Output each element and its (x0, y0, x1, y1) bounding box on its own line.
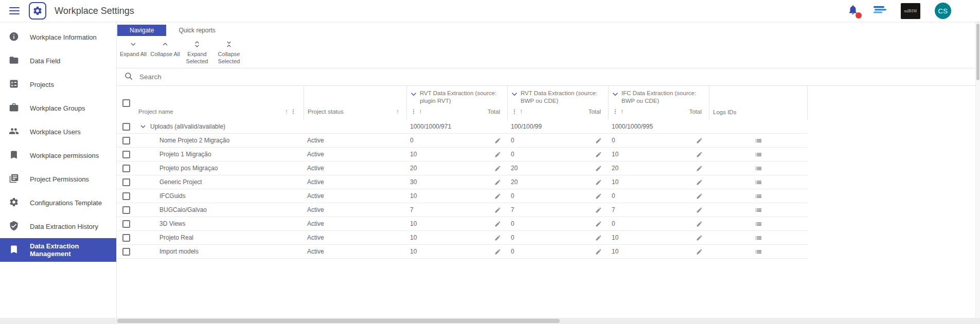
select-all-checkbox[interactable] (122, 99, 130, 107)
column-header-project-status: Project status (308, 109, 344, 115)
edit-icon[interactable] (494, 193, 501, 200)
edit-icon[interactable] (494, 221, 501, 227)
extraction-total: 10 (410, 248, 494, 255)
edit-icon[interactable] (494, 235, 501, 241)
sort-icon[interactable]: ↑ (285, 108, 288, 115)
search-bar (117, 68, 976, 86)
logs-icon[interactable] (755, 151, 762, 158)
edit-icon[interactable] (595, 137, 602, 144)
collapse-all-button[interactable]: Collapse All (149, 40, 181, 68)
edit-icon[interactable] (595, 179, 602, 186)
sidebar-item-data-field[interactable]: Data Field (0, 49, 116, 73)
extraction-total: 0 (511, 192, 595, 200)
sidebar-item-data-extraction-management[interactable]: Data Extraction Management (0, 238, 116, 262)
kebab-icon[interactable] (411, 109, 417, 115)
summary-value: 1000/1000/995 (612, 123, 703, 130)
project-status: Active (307, 151, 324, 158)
edit-icon[interactable] (595, 221, 602, 227)
sidebar-item-workplace-users[interactable]: Workplace Users (0, 120, 116, 143)
edit-icon[interactable] (595, 151, 602, 158)
sidebar-item-project-permissions[interactable]: Project Permissions (0, 167, 116, 191)
brand-logo-text: ndBIM (904, 9, 917, 13)
edit-icon[interactable] (494, 248, 501, 255)
project-name: IFCGuids (159, 192, 186, 200)
row-checkbox[interactable] (122, 206, 130, 214)
row-checkbox[interactable] (122, 165, 130, 172)
sort-icon[interactable]: ↑ (520, 108, 523, 115)
edit-icon[interactable] (595, 207, 602, 213)
flag-icon[interactable] (873, 6, 886, 16)
project-status: Active (307, 178, 324, 186)
row-checkbox[interactable] (122, 192, 130, 200)
edit-icon[interactable] (696, 179, 703, 186)
edit-icon[interactable] (494, 151, 501, 158)
sidebar-item-workplace-permissions[interactable]: Workplace permissions (0, 143, 116, 167)
edit-icon[interactable] (595, 235, 602, 241)
sort-icon[interactable]: ↑ (396, 108, 399, 115)
sidebar-item-data-extraction-history[interactable]: Data Extraction History (0, 214, 116, 238)
edit-icon[interactable] (696, 221, 703, 227)
vertical-scrollbar-thumb[interactable] (976, 24, 979, 80)
sidebar-item-workplace-groups[interactable]: Workplace Groups (0, 96, 116, 120)
bell-icon[interactable] (847, 4, 859, 17)
kebab-icon[interactable] (290, 109, 296, 115)
kebab-icon[interactable] (511, 109, 518, 115)
row-checkbox[interactable] (122, 220, 130, 228)
library-books-icon (9, 173, 19, 185)
row-checkbox[interactable] (122, 137, 130, 145)
edit-icon[interactable] (494, 165, 501, 172)
edit-icon[interactable] (494, 137, 501, 144)
hamburger-icon[interactable] (9, 7, 20, 14)
edit-icon[interactable] (696, 248, 703, 255)
sidebar-item-projects[interactable]: Projects (0, 73, 116, 96)
edit-icon[interactable] (696, 207, 703, 213)
ballot-icon (9, 79, 19, 91)
logs-icon[interactable] (755, 178, 762, 186)
chevron-down-icon[interactable] (139, 122, 147, 131)
tab-quick-reports[interactable]: Quick reports (166, 25, 227, 36)
logs-icon[interactable] (755, 220, 762, 228)
edit-icon[interactable] (696, 165, 703, 172)
logs-icon[interactable] (755, 234, 762, 242)
edit-icon[interactable] (696, 151, 703, 158)
edit-icon[interactable] (696, 235, 703, 241)
row-checkbox[interactable] (122, 234, 130, 242)
search-input[interactable] (139, 73, 500, 81)
row-checkbox[interactable] (122, 151, 130, 158)
table-body: Nome Projeto 2 Migração Active 0 0 0 Pro… (117, 134, 976, 259)
edit-icon[interactable] (595, 165, 602, 172)
row-checkbox[interactable] (122, 248, 130, 256)
extraction-total: 10 (410, 220, 494, 227)
tab-navigate[interactable]: Navigate (117, 25, 166, 36)
row-checkbox[interactable] (122, 178, 130, 186)
edit-icon[interactable] (595, 248, 602, 255)
edit-icon[interactable] (494, 207, 501, 213)
chevron-down-icon[interactable] (409, 89, 418, 99)
logs-icon[interactable] (755, 206, 762, 214)
extraction-total: 20 (511, 178, 595, 186)
logs-icon[interactable] (755, 192, 762, 200)
row-checkbox[interactable] (122, 123, 130, 131)
edit-icon[interactable] (595, 193, 602, 200)
chevron-down-icon[interactable] (611, 89, 620, 99)
sort-icon[interactable]: ↑ (620, 108, 623, 115)
sidebar-item-workplace-information[interactable]: Workplace Information (0, 25, 116, 49)
horizontal-scrollbar-thumb[interactable] (117, 319, 560, 323)
sort-icon[interactable]: ↑ (419, 108, 422, 115)
edit-icon[interactable] (494, 179, 501, 186)
sidebar-item-configurations-template[interactable]: Configurations Template (0, 191, 116, 214)
chevron-down-icon[interactable] (510, 89, 519, 99)
edit-icon[interactable] (696, 193, 703, 200)
expand-all-button[interactable]: Expand All (117, 40, 149, 68)
logs-icon[interactable] (755, 137, 762, 145)
project-name: Projeto 1 Migração (159, 151, 211, 158)
extraction-total: 0 (410, 137, 494, 144)
kebab-icon[interactable] (612, 109, 618, 115)
expand-selected-button[interactable]: Expand Selected (181, 40, 213, 68)
collapse-selected-button[interactable]: Collapse Selected (213, 40, 245, 68)
edit-icon[interactable] (696, 137, 703, 144)
avatar[interactable]: CS (935, 3, 951, 19)
logs-icon[interactable] (755, 165, 762, 172)
sidebar: Workplace Information Data Field Project… (0, 22, 117, 318)
logs-icon[interactable] (755, 248, 762, 256)
